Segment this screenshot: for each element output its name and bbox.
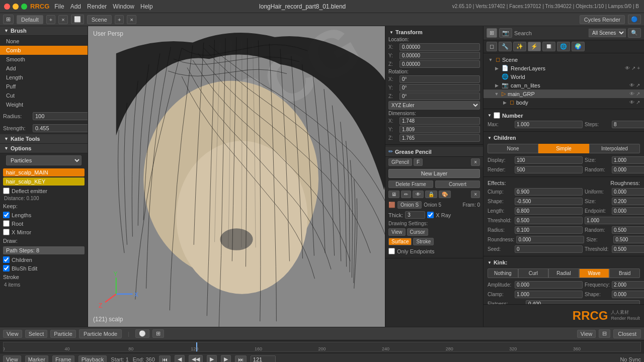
frequency-input[interactable] [612,281,644,289]
random2-input[interactable] [612,226,644,234]
viewport-icon[interactable]: ⬜ [71,15,84,24]
f-btn[interactable]: F [414,158,423,166]
brush-add[interactable]: Add [0,64,88,73]
gpencil-btn[interactable]: GPencil [388,158,412,166]
shape-input[interactable] [515,198,583,205]
rot-y-input[interactable] [399,84,480,92]
child-tab-none[interactable]: None [488,144,538,153]
brush-cut[interactable]: Cut [0,91,88,100]
brush-edit-checkbox[interactable] [3,265,10,272]
particle1-item[interactable]: hair_scalp_MAIN [3,168,85,176]
close-layout-btn[interactable]: × [58,15,67,24]
brush-section-title[interactable]: Brush [0,26,88,36]
delete-frame-btn[interactable]: Delete Frame [388,180,433,188]
brush-weight[interactable]: Weight [0,100,88,109]
tree-item-body[interactable]: ▶ ◻ body 👁 ↗ [484,98,644,107]
gp-close-btn[interactable]: × [471,158,480,166]
path-steps[interactable]: Path Steps: 8 [3,246,85,254]
rot-x-input[interactable] [399,75,480,83]
body-cursor-icon[interactable]: ↗ [636,100,640,105]
endpoints-checkbox[interactable] [388,248,395,254]
deflect-emitter-checkbox[interactable] [3,188,10,194]
status-frame-btn[interactable]: Frame [52,355,74,363]
menu-window[interactable]: Window [113,3,134,10]
size-input[interactable] [612,156,644,164]
frp-camera-btn[interactable]: 📷 [499,28,512,38]
bt-grid-btn[interactable]: ⊞ [152,329,164,338]
prop-modifier-btn[interactable]: 🔧 [499,42,512,51]
dim-y-input[interactable] [399,126,480,133]
menu-file[interactable]: File [54,3,64,10]
display-input[interactable] [515,156,583,164]
bt-view2-btn[interactable]: View [577,330,596,338]
stroke-btn[interactable]: Stroke [413,238,434,245]
render-input[interactable] [515,166,583,173]
children-checkbox[interactable] [3,256,10,263]
cam-cursor-icon[interactable]: ↗ [636,82,640,88]
menu-render[interactable]: Render [87,3,107,10]
clamp-input[interactable] [515,291,583,298]
options-title[interactable]: Options [0,144,88,153]
prop-object-btn[interactable]: ◻ [487,42,497,51]
convert-btn[interactable]: Convert [435,180,480,188]
particles-dropdown[interactable]: Particles [6,155,82,165]
status-view-btn[interactable]: View [3,355,21,363]
clump-input[interactable] [515,188,583,196]
gp-lock-btn[interactable]: 🔒 [425,191,437,198]
jump-start-btn[interactable]: ⏮ [159,355,171,363]
brush-none[interactable]: None [0,37,88,46]
bt-particle-btn[interactable]: Particle [50,330,76,338]
play-btn[interactable]: ▶ [207,355,217,362]
prev-frame-btn[interactable]: ◀ [175,355,185,362]
seed-input[interactable] [515,245,583,253]
tree-item-camnlites[interactable]: ▶ 📷 cam_n_lites 👁 ↗ [484,81,644,89]
tree-item-maingrp[interactable]: ▼ ▷ main_GRP 👁 ↗ [484,89,644,98]
roundness-input[interactable] [516,236,584,243]
kink-nothing[interactable]: Nothing [488,268,518,278]
timeline-ruler[interactable]: 04080120160200240280320360 [3,342,641,352]
shape2-input[interactable] [612,291,644,298]
view-btn[interactable]: View [388,228,406,236]
closest-label[interactable]: Closest [613,329,641,338]
jump-end-btn[interactable]: ⏭ [235,355,247,363]
size2-input[interactable] [612,198,644,205]
tree-item-renderlayers[interactable]: ▶ 📄 RenderLayers 👁 ↗ + [484,64,644,72]
loc-z-input[interactable] [399,60,480,68]
brush-comb[interactable]: Comb [0,46,88,55]
max-input[interactable] [515,121,583,128]
menu-add[interactable]: Add [70,3,81,10]
bt-icons-btn[interactable]: ⊟ [599,329,610,338]
radius-input[interactable] [33,112,88,120]
all-scenes-select[interactable]: All Scenes [589,29,626,37]
screen-icon[interactable]: ⊞ [3,15,14,24]
loc-x-input[interactable] [399,43,480,51]
uniform-input[interactable] [612,188,644,196]
cursor-btn[interactable]: Cursor [407,228,428,236]
amplitude-input[interactable] [515,281,583,289]
gp-eye-btn[interactable]: 👁 [413,191,424,198]
lengths-checkbox[interactable] [3,212,10,218]
child-tab-interpolated[interactable]: Interpolated [589,144,640,153]
gp-color-btn[interactable]: 🎨 [439,191,451,198]
katie-tools-title[interactable]: Katie Tools [0,134,88,144]
loc-y-input[interactable] [399,52,480,59]
xray-checkbox[interactable] [427,212,434,218]
eye-icon[interactable]: 👁 [625,65,630,71]
play-reverse-btn[interactable]: ◀◀ [189,355,203,362]
root-checkbox[interactable] [3,220,10,227]
grp-eye-icon[interactable]: 👁 [629,91,634,97]
frp-view-btn[interactable]: ⊞ [487,28,497,38]
number-checkbox[interactable] [494,112,500,119]
rot-z-input[interactable] [399,93,480,100]
frp-search-btn[interactable]: 🔍 [628,28,641,38]
new-layer-btn[interactable]: New Layer [388,169,480,178]
select-icon[interactable]: + [637,65,640,71]
random-input[interactable] [612,166,644,173]
steps-input[interactable] [612,121,644,128]
size3-input[interactable] [613,236,644,243]
prop-physics-btn[interactable]: ⚡ [528,42,541,51]
threshold2-input[interactable] [585,217,644,224]
brush-length[interactable]: Length [0,73,88,82]
length-input[interactable] [515,207,583,215]
body-eye-icon[interactable]: 👁 [629,100,634,105]
